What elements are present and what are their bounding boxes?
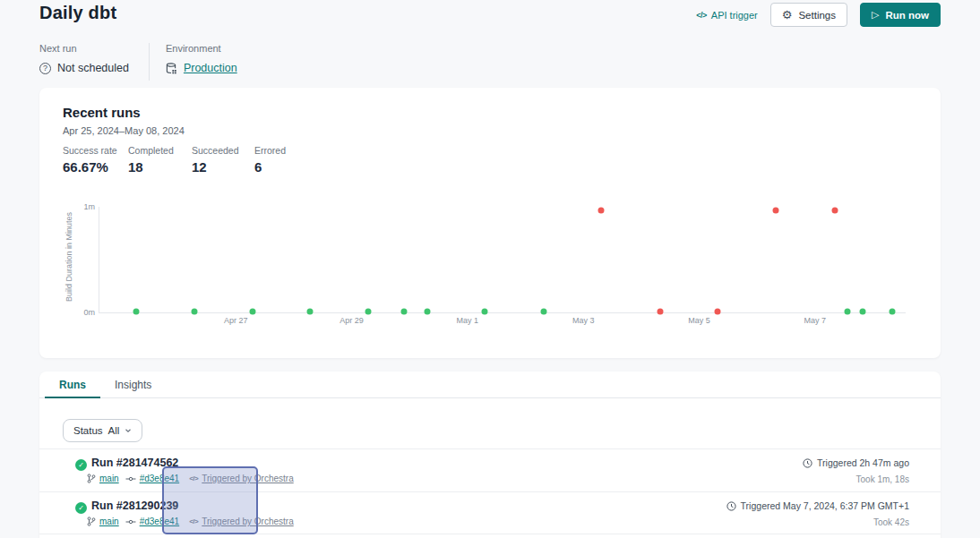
run-dot-success[interactable] [249,308,255,314]
commit-icon [125,518,136,525]
code-icon: </> [696,11,707,20]
tab-bar: Runs Insights [39,371,941,398]
branch-link[interactable]: main [99,517,119,526]
clock-icon [803,458,812,468]
run-now-label: Run now [885,10,929,21]
question-circle-icon: ? [39,63,51,74]
next-run-value: ? Not scheduled [39,62,129,74]
git-branch-icon [87,474,96,483]
build-duration-chart: Build Duration in Minutes 1m 0m Apr 27Ap… [39,88,941,358]
x-axis-line [99,312,906,313]
branch-link[interactable]: main [99,474,119,483]
x-tick-label: Apr 27 [224,316,248,325]
commit-link[interactable]: #d3e8e41 [140,517,180,526]
runs-card: Runs Insights Status All ✓ Run #28147456… [39,371,941,538]
trigger-source-link[interactable]: Triggered by Orchestra [202,474,293,483]
code-icon: </> [189,474,198,482]
environment-value: Production [166,62,237,74]
run-right: Triggered May 7, 2024, 6:37 PM GMT+1 Too… [726,500,909,527]
x-tick-label: May 1 [457,316,479,325]
settings-label: Settings [798,10,836,21]
status-filter[interactable]: Status All [63,419,142,442]
code-icon: </> [189,517,198,525]
git-branch-icon [87,517,96,526]
x-tick-label: May 7 [804,316,827,325]
status-filter-label: Status [73,425,103,436]
run-now-button[interactable]: ▷ Run now [860,3,941,27]
commit-item: #d3e8e41 [125,517,180,526]
y-tick-1m: 1m [45,202,95,211]
chevron-down-icon [125,427,132,434]
run-list: ✓ Run #281474562 main [39,448,941,534]
run-dot-success[interactable] [482,308,488,314]
branch-item: main [87,474,119,483]
run-dot-error[interactable] [715,308,721,314]
tab-runs[interactable]: Runs [45,371,100,397]
run-dot-success[interactable] [365,308,372,314]
next-run-label: Next run [39,43,129,54]
run-dot-success[interactable] [192,308,198,314]
environment-block: Environment Production [166,43,237,74]
y-axis-line [99,207,99,312]
run-right: Triggered 2h 47m ago Took 1m, 18s [803,457,909,484]
run-dot-success[interactable] [541,308,547,314]
triggered-line: Triggered 2h 47m ago [803,457,909,468]
header-actions: </> API trigger ⚙ Settings ▷ Run now [696,3,941,27]
environment-label: Environment [166,43,237,54]
recent-runs-card: Recent runs Apr 25, 2024–May 08, 2024 Su… [39,88,941,358]
run-dot-error[interactable] [772,207,778,213]
run-dot-success[interactable] [133,308,140,314]
run-dot-success[interactable] [859,308,865,314]
database-icon [166,63,177,74]
run-dot-error[interactable] [831,207,838,213]
triggered-line: Triggered May 7, 2024, 6:37 PM GMT+1 [726,500,909,511]
run-dot-success[interactable] [889,308,895,314]
run-row[interactable]: ✓ Run #281290239 main [39,491,941,534]
run-dot-success[interactable] [425,308,431,314]
trigger-source-link[interactable]: Triggered by Orchestra [202,517,293,526]
page-title: Daily dbt [39,3,116,23]
vertical-divider [149,43,150,81]
run-dot-success[interactable] [306,308,313,314]
x-tick-label: May 3 [572,316,595,325]
run-title[interactable]: Run #281474562 [91,457,909,470]
clock-icon [726,501,736,511]
y-axis-label: Build Duration in Minutes [64,204,73,310]
environment-link[interactable]: Production [184,62,237,74]
run-dot-error[interactable] [658,308,664,314]
trigger-source-item: </> Triggered by Orchestra [189,517,294,526]
api-trigger-link[interactable]: </> API trigger [696,10,757,21]
play-icon: ▷ [872,10,879,20]
triggered-text: Triggered May 7, 2024, 6:37 PM GMT+1 [741,500,909,511]
job-meta: Next run ? Not scheduled Environment Pro… [39,43,237,81]
run-dot-error[interactable] [598,207,605,213]
took-text: Took 1m, 18s [803,474,909,484]
next-run-block: Next run ? Not scheduled [39,43,129,74]
gear-icon: ⚙ [782,9,793,21]
commit-icon [125,475,136,482]
branch-item: main [87,517,119,526]
run-dot-success[interactable] [844,308,850,314]
status-filter-value: All [108,425,120,436]
next-run-text: Not scheduled [57,62,129,74]
triggered-text: Triggered 2h 47m ago [817,457,909,468]
run-meta: main #d3e8e41 </> Triggered by Orchestra [87,474,909,483]
run-dot-success[interactable] [401,308,408,314]
commit-item: #d3e8e41 [125,474,180,483]
took-text: Took 42s [726,517,909,527]
y-tick-0m: 0m [45,308,95,317]
commit-link[interactable]: #d3e8e41 [140,474,180,483]
run-row[interactable]: ✓ Run #281474562 main [39,448,941,491]
tab-insights[interactable]: Insights [100,371,166,397]
api-trigger-label: API trigger [711,10,758,21]
x-tick-label: Apr 29 [340,316,364,325]
success-check-icon: ✓ [75,502,87,514]
settings-button[interactable]: ⚙ Settings [770,3,847,27]
x-tick-label: May 5 [688,316,710,325]
trigger-source-item: </> Triggered by Orchestra [189,474,294,483]
success-check-icon: ✓ [75,459,87,471]
